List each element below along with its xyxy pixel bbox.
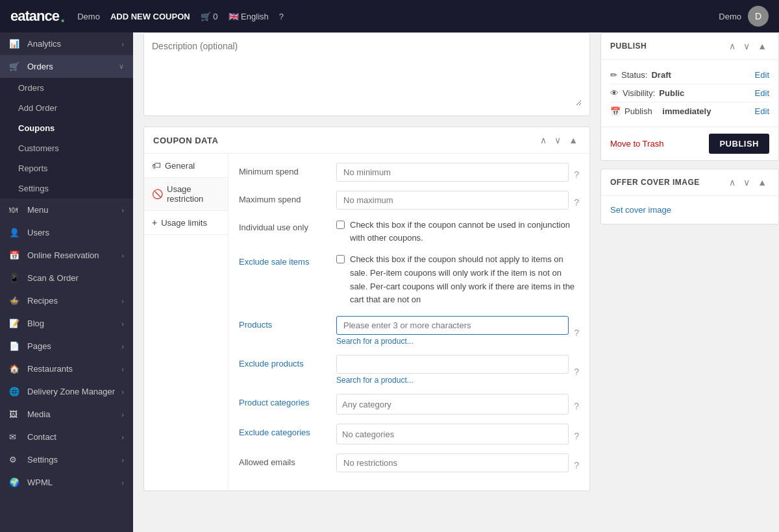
topbar-demo-link[interactable]: Demo xyxy=(77,12,100,21)
sidebar-item-contact[interactable]: ✉ Contact › xyxy=(0,426,133,448)
delivery-icon: 🌐 xyxy=(9,387,22,396)
eye-icon: 👁 xyxy=(610,88,619,98)
sidebar-item-restaurants[interactable]: 🏠 Restaurants › xyxy=(0,357,133,380)
field-label-exclude-categories: Exclude categories xyxy=(239,424,336,437)
sidebar-label-reservation: Online Reservation xyxy=(27,250,99,260)
blog-icon: 📝 xyxy=(9,319,22,328)
publish-button[interactable]: PUBLISH xyxy=(709,134,769,154)
field-row-product-categories: Product categories ? xyxy=(239,394,579,415)
topbar-user-label: Demo xyxy=(719,12,741,21)
max-spend-input[interactable] xyxy=(336,191,569,210)
status-label-visibility: 👁 Visibility: Public xyxy=(610,88,684,98)
publish-panel-actions: Move to Trash PUBLISH xyxy=(601,127,778,160)
sidebar-item-users[interactable]: 👤 Users xyxy=(0,221,133,244)
product-categories-help-icon[interactable]: ? xyxy=(574,401,579,411)
collapse-close-btn[interactable]: ▲ xyxy=(566,134,580,147)
publish-timing-edit-link[interactable]: Edit xyxy=(755,106,769,116)
topbar: eatance. Demo ADD NEW COUPON 🛒 0 🇬🇧 Engl… xyxy=(0,0,779,32)
tab-usage-restriction[interactable]: 🚫 Usage restriction xyxy=(144,178,228,211)
field-row-individual-use: Individual use only Check this box if th… xyxy=(239,219,579,244)
product-categories-tag-input[interactable] xyxy=(336,394,569,415)
allowed-emails-input[interactable] xyxy=(336,453,569,472)
tab-general[interactable]: 🏷 General xyxy=(144,154,228,178)
coupon-data-body: 🏷 General 🚫 Usage restriction + Usage li… xyxy=(144,154,589,490)
max-spend-help-icon[interactable]: ? xyxy=(574,197,579,208)
product-categories-input[interactable] xyxy=(342,397,563,411)
sidebar-item-media[interactable]: 🖼 Media › xyxy=(0,403,133,426)
restaurants-icon: 🏠 xyxy=(9,364,22,374)
allowed-emails-help-icon[interactable]: ? xyxy=(574,460,579,470)
publish-collapse-up-btn[interactable]: ∧ xyxy=(726,40,738,53)
products-search-hint[interactable]: Search for a product... xyxy=(336,337,569,346)
exclude-categories-input[interactable] xyxy=(342,427,563,441)
contact-icon: ✉ xyxy=(9,432,22,442)
field-row-max-spend: Maximum spend ? xyxy=(239,191,579,210)
topbar-add-coupon-link[interactable]: ADD NEW COUPON xyxy=(110,12,190,21)
sidebar-subitem-reports[interactable]: Reports xyxy=(0,158,133,178)
sidebar-item-delivery-zone[interactable]: 🌐 Delivery Zone Manager › xyxy=(0,380,133,403)
field-row-products: Products Search for a product... ? xyxy=(239,316,579,346)
wpml-icon: 🌍 xyxy=(9,478,22,487)
exclude-categories-help-icon[interactable]: ? xyxy=(574,431,579,441)
sidebar-item-analytics[interactable]: 📊 Analytics › xyxy=(0,32,133,55)
collapse-down-btn[interactable]: ∨ xyxy=(552,134,563,147)
sidebar-subitem-settings[interactable]: Settings xyxy=(0,178,133,199)
publish-collapse-down-btn[interactable]: ∨ xyxy=(741,40,752,53)
visibility-edit-link[interactable]: Edit xyxy=(755,88,769,98)
right-panel: PUBLISH ∧ ∨ ▲ ✏ Status: Draft Edi xyxy=(600,32,779,532)
chevron-right-icon-delivery: › xyxy=(121,388,124,396)
min-spend-input[interactable] xyxy=(336,163,569,182)
sidebar-subitem-customers[interactable]: Customers xyxy=(0,138,133,158)
status-value: Draft xyxy=(651,70,671,80)
exclude-sale-checkbox[interactable] xyxy=(336,255,345,263)
sidebar-subitem-add-order[interactable]: Add Order xyxy=(0,98,133,118)
tab-usage-limits[interactable]: + Usage limits xyxy=(144,211,228,235)
field-row-exclude-categories: Exclude categories ? xyxy=(239,424,579,444)
orders-submenu: Orders Add Order Coupons Customers Repor… xyxy=(0,78,133,199)
topbar-cart[interactable]: 🛒 0 xyxy=(201,12,218,21)
field-label-min-spend: Minimum spend xyxy=(239,163,336,176)
sidebar-item-pages[interactable]: 📄 Pages › xyxy=(0,335,133,357)
exclude-products-search-input[interactable] xyxy=(336,355,569,374)
cover-collapse-close-btn[interactable]: ▲ xyxy=(755,176,769,189)
products-help-icon[interactable]: ? xyxy=(574,328,579,338)
sidebar-item-wpml[interactable]: 🌍 WPML › xyxy=(0,471,133,494)
products-search-input[interactable] xyxy=(336,316,569,335)
chevron-right-icon-wpml: › xyxy=(121,479,124,487)
min-spend-help-icon[interactable]: ? xyxy=(574,169,579,180)
field-input-wrap-min: ? xyxy=(336,163,579,182)
description-textarea[interactable] xyxy=(152,41,582,106)
individual-use-checkbox[interactable] xyxy=(336,221,345,229)
topbar-help[interactable]: ? xyxy=(279,12,284,21)
restriction-tab-icon: 🚫 xyxy=(152,189,163,199)
sidebar-label-menu: Menu xyxy=(27,205,49,215)
move-to-trash-link[interactable]: Move to Trash xyxy=(610,139,663,149)
cover-collapse-up-btn[interactable]: ∧ xyxy=(726,176,738,189)
sidebar-label-scan: Scan & Order xyxy=(27,273,79,283)
sidebar-item-settings[interactable]: ⚙ Settings › xyxy=(0,448,133,471)
sidebar-label-orders: Orders xyxy=(27,62,53,71)
exclude-categories-tag-input[interactable] xyxy=(336,424,569,444)
coupon-data-box: COUPON DATA ∧ ∨ ▲ 🏷 General xyxy=(143,127,590,491)
sidebar-item-menu[interactable]: 🍽 Menu › xyxy=(0,199,133,221)
collapse-up-btn[interactable]: ∧ xyxy=(538,134,549,147)
exclude-products-search-hint[interactable]: Search for a product... xyxy=(336,376,569,385)
sidebar-item-blog[interactable]: 📝 Blog › xyxy=(0,312,133,335)
sidebar-item-orders[interactable]: 🛒 Orders ∨ xyxy=(0,55,133,78)
sidebar-subitem-coupons[interactable]: Coupons xyxy=(0,118,133,138)
set-cover-image-link[interactable]: Set cover image xyxy=(610,202,769,217)
sidebar-item-scan-order[interactable]: 📱 Scan & Order xyxy=(0,267,133,289)
status-edit-link[interactable]: Edit xyxy=(755,70,769,80)
exclude-products-help-icon[interactable]: ? xyxy=(574,367,579,377)
main-content: COUPON DATA ∧ ∨ ▲ 🏷 General xyxy=(133,32,600,532)
publish-collapse-close-btn[interactable]: ▲ xyxy=(755,40,769,53)
topbar-language[interactable]: 🇬🇧 English xyxy=(229,12,269,21)
status-row-publish-timing: 📅 Publish immediately Edit xyxy=(610,103,769,120)
sidebar-subitem-orders[interactable]: Orders xyxy=(0,78,133,98)
chevron-down-icon: ∨ xyxy=(119,62,124,71)
sidebar-item-online-reservation[interactable]: 📅 Online Reservation › xyxy=(0,244,133,267)
field-label-exclude-products: Exclude products xyxy=(239,355,336,369)
sidebar-item-recipes[interactable]: 🍲 Recipes › xyxy=(0,289,133,312)
logo-dot: . xyxy=(60,6,64,27)
cover-collapse-down-btn[interactable]: ∨ xyxy=(741,176,752,189)
